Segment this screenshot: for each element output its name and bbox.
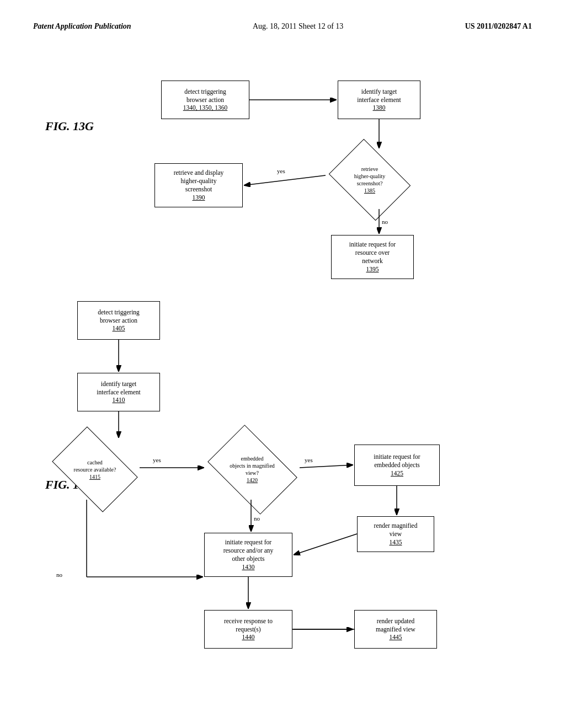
header-publication: Patent Application Publication [33,22,131,31]
svg-text:yes: yes [277,168,285,174]
svg-line-11 [300,465,353,468]
header-date-sheet: Aug. 18, 2011 Sheet 12 of 13 [253,22,343,31]
box-1430: initiate request for resource and/or any… [204,533,292,577]
box-1405: detect triggering browser action 1405 [77,301,160,340]
svg-line-3 [244,175,326,185]
svg-text:yes: yes [305,457,313,463]
box-1395: initiate request for resource over netwo… [331,235,414,279]
box-1440: receive response to request(s) 1440 [204,610,292,649]
svg-text:no: no [382,218,388,225]
box-1380: identify target interface element 1380 [338,81,420,119]
box-1425: initiate request for embedded objects 14… [354,445,440,486]
svg-text:no: no [56,571,63,578]
arrows-svg: yes no yes yes no [34,47,531,687]
box-1445: render updated magnified view 1445 [354,610,437,649]
fig13g-label: FIG. 13G [45,119,94,133]
box-1390: retrieve and display higher-quality scre… [154,163,243,207]
box-1340: detect triggering browser action 1340, 1… [161,81,249,119]
diagram-area: FIG. 13G FIG. 14 detect triggering brows… [34,47,531,687]
diamond-1385: retrieve higher-quality screenshot? 1385 [326,149,414,210]
svg-text:no: no [254,515,260,522]
box-1435: render magnified view 1435 [357,516,434,552]
header-patent-number: US 2011/0202847 A1 [465,22,532,31]
svg-text:yes: yes [153,457,161,463]
diamond-1415: cached resource available? 1415 [51,439,139,500]
diamond-1420: embedded objects in magnified view? 1420 [205,439,299,500]
box-1410: identify target interface element 1410 [77,373,160,411]
svg-line-16 [294,534,357,555]
